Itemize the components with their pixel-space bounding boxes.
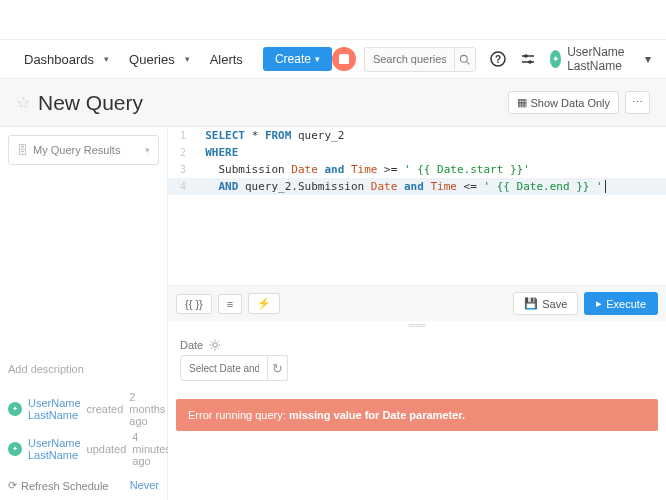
datasource-select[interactable]: 🗄 My Query Results ▾	[8, 135, 159, 165]
save-icon: 💾	[524, 297, 538, 310]
sql-editor[interactable]: 1 SELECT * FROM query_2 2 WHERE 3 Submis…	[168, 127, 666, 285]
execute-button[interactable]: ▸ Execute	[584, 292, 658, 315]
show-data-only-label: Show Data Only	[531, 97, 610, 109]
created-time: 2 months ago	[129, 391, 165, 427]
search-icon	[459, 54, 470, 65]
search-input[interactable]	[364, 47, 454, 72]
lightning-icon: ⚡	[257, 297, 271, 309]
datasource-label: My Query Results	[33, 144, 120, 156]
avatar-icon: ✦	[550, 50, 561, 68]
autocomplete-button[interactable]: ⚡	[248, 293, 280, 314]
author-link[interactable]: UserName LastName	[28, 397, 81, 421]
table-icon: ▦	[517, 96, 527, 109]
svg-text:?: ?	[495, 54, 501, 65]
error-message: Error running query: missing value for D…	[176, 399, 658, 431]
app-logo[interactable]	[332, 47, 356, 71]
date-picker-button[interactable]: ↻	[268, 355, 288, 381]
user-menu[interactable]: ✦ UserName LastName ▾	[550, 45, 651, 73]
avatar-icon: ✦	[8, 402, 22, 416]
main-navbar: Dashboards ▾ Queries ▾ Alerts Create ▾ ?	[0, 39, 666, 79]
svg-point-0	[461, 55, 468, 62]
more-options-button[interactable]: ⋯	[625, 91, 650, 114]
save-button[interactable]: 💾 Save	[513, 292, 578, 315]
nav-alerts[interactable]: Alerts	[202, 48, 251, 71]
updated-label: updated	[87, 443, 127, 455]
error-prefix: Error running query:	[188, 409, 289, 421]
created-label: created	[87, 403, 124, 415]
refresh-schedule-label: Refresh Schedule	[21, 480, 108, 492]
add-description-link[interactable]: Add description	[8, 357, 159, 389]
avatar-icon: ✦	[8, 442, 22, 456]
updated-time: 4 minutes ago	[132, 431, 171, 467]
updated-meta: ✦ UserName LastName updated 4 minutes ag…	[8, 429, 159, 469]
create-button-label: Create	[275, 52, 311, 66]
svg-point-8	[213, 343, 218, 348]
query-titlebar: ☆ New Query ▦ Show Data Only ⋯	[0, 79, 666, 127]
left-sidebar: 🗄 My Query Results ▾ Add description ✦ U…	[0, 127, 168, 500]
refresh-icon: ⟳	[8, 479, 17, 492]
add-parameter-button[interactable]: {{ }}	[176, 294, 212, 314]
nav-queries[interactable]: Queries ▾	[121, 48, 198, 71]
nav-queries-label: Queries	[129, 52, 175, 67]
query-title[interactable]: New Query	[38, 91, 143, 115]
nav-dashboards-label: Dashboards	[24, 52, 94, 67]
svg-point-5	[524, 54, 528, 58]
ellipsis-icon: ⋯	[632, 96, 643, 108]
create-button[interactable]: Create ▾	[263, 47, 332, 71]
format-query-button[interactable]: ≡	[218, 294, 242, 314]
help-icon: ?	[490, 51, 506, 67]
svg-point-7	[528, 60, 532, 64]
nav-dashboards[interactable]: Dashboards ▾	[16, 48, 117, 71]
settings-button[interactable]	[520, 49, 536, 69]
save-button-label: Save	[542, 298, 567, 310]
chevron-down-icon: ▾	[145, 145, 150, 155]
refresh-schedule-value[interactable]: Never	[130, 479, 159, 492]
created-meta: ✦ UserName LastName created 2 months ago	[8, 389, 159, 429]
nav-alerts-label: Alerts	[210, 52, 243, 67]
param-settings-button[interactable]	[209, 339, 221, 351]
help-button[interactable]: ?	[490, 49, 506, 69]
resize-handle[interactable]: ═══	[168, 321, 666, 329]
user-name-label: UserName LastName	[567, 45, 639, 73]
database-icon: 🗄	[17, 144, 28, 156]
chevron-down-icon: ▾	[104, 54, 109, 64]
svg-line-1	[467, 61, 470, 64]
error-detail: missing value for Date parameter.	[289, 409, 465, 421]
chevron-down-icon: ▾	[185, 54, 190, 64]
favorite-star-icon[interactable]: ☆	[16, 93, 30, 112]
updater-link[interactable]: UserName LastName	[28, 437, 81, 461]
play-icon: ▸	[596, 297, 602, 310]
search-button[interactable]	[454, 47, 476, 72]
query-content: 1 SELECT * FROM query_2 2 WHERE 3 Submis…	[168, 127, 666, 500]
gear-icon	[209, 339, 221, 351]
parameters-panel: Date ↻	[168, 329, 666, 391]
execute-button-label: Execute	[606, 298, 646, 310]
date-param-input[interactable]	[180, 355, 268, 381]
sliders-icon	[520, 51, 536, 67]
refresh-schedule-row: ⟳ Refresh Schedule Never	[8, 469, 159, 492]
show-data-only-button[interactable]: ▦ Show Data Only	[508, 91, 619, 114]
chevron-down-icon: ▾	[315, 54, 320, 64]
format-icon: ≡	[227, 298, 233, 310]
refresh-icon: ↻	[272, 361, 283, 376]
chevron-down-icon: ▾	[645, 52, 651, 66]
param-label: Date	[180, 339, 203, 351]
global-search	[364, 47, 476, 72]
editor-toolbar: {{ }} ≡ ⚡ 💾 Save ▸ Execute	[168, 285, 666, 321]
